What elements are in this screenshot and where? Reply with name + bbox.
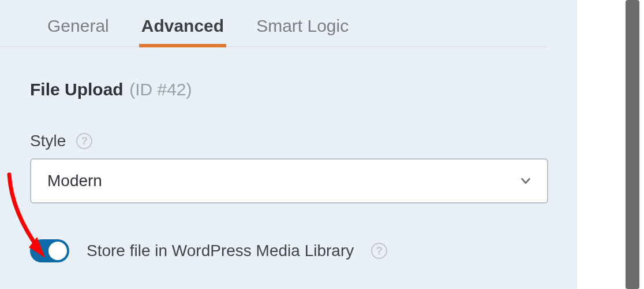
tab-bar: General Advanced Smart Logic xyxy=(0,0,548,47)
tab-advanced[interactable]: Advanced xyxy=(141,0,224,46)
media-library-toggle[interactable] xyxy=(30,239,69,262)
section-id-label: (ID #42) xyxy=(129,80,192,99)
advanced-section: File Upload (ID #42) Style ? Modern St xyxy=(0,47,577,262)
style-field-group: Style ? Modern xyxy=(30,132,548,203)
chevron-down-icon xyxy=(519,175,532,187)
help-icon[interactable]: ? xyxy=(371,243,387,259)
scrollbar-track[interactable] xyxy=(621,0,644,289)
section-title: File Upload xyxy=(30,80,123,99)
style-select[interactable]: Modern xyxy=(30,158,548,203)
style-select-value: Modern xyxy=(47,172,102,190)
toggle-knob xyxy=(48,242,67,260)
media-library-toggle-row: Store file in WordPress Media Library ? xyxy=(30,239,548,262)
style-label-row: Style ? xyxy=(30,132,548,150)
help-icon[interactable]: ? xyxy=(76,133,92,149)
scrollbar-thumb[interactable] xyxy=(626,0,639,289)
style-label: Style xyxy=(30,132,66,150)
tab-general[interactable]: General xyxy=(47,0,109,46)
panel-edge xyxy=(577,0,621,289)
settings-panel: General Advanced Smart Logic File Upload… xyxy=(0,0,577,289)
section-header: File Upload (ID #42) xyxy=(30,80,548,99)
media-library-toggle-label: Store file in WordPress Media Library xyxy=(87,242,354,260)
tab-smart-logic[interactable]: Smart Logic xyxy=(256,0,349,46)
